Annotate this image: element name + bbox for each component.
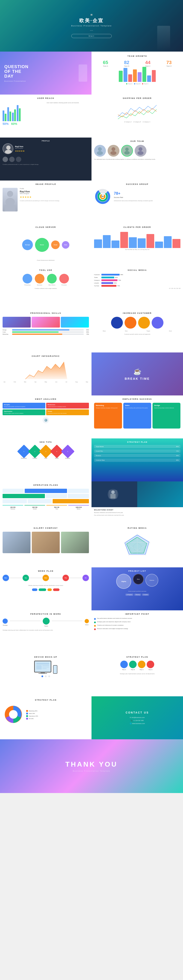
proj-tag-2: Planning [134, 593, 141, 596]
cover-subtitle: Business Presentation Template [71, 25, 112, 27]
tag-4 [53, 589, 59, 591]
svg-point-9 [137, 151, 143, 155]
milestone-image [91, 481, 183, 507]
diamond-item-3: 3 Links [41, 447, 51, 459]
row-6: CLOUD SERVER Storage Server Cloud Data C… [0, 224, 183, 266]
slide-opplans: OPERATION PLANS 20.9 B Revenue [0, 481, 91, 524]
svg-point-5 [110, 151, 116, 155]
thankyou-sub: Business Presentation Template [73, 770, 110, 772]
slide-userreach: USER REACH [0, 95, 91, 138]
sm-val-2: 60% [115, 277, 118, 278]
chartinfographic-title: CHART INFOGRAPHIC [3, 355, 89, 357]
pers-dot-2 [43, 618, 49, 625]
diamond-item-5: 5 Analytics [63, 447, 73, 459]
proj-circle-2: Beta [133, 574, 144, 585]
shipping-legend: ● Category A ● Category B ● Category C [94, 121, 180, 123]
legend-text-3: Team C [144, 83, 148, 84]
client-axis: Jan Feb Mar Apr May Jun Jul Aug Sep Oct [94, 249, 180, 250]
swot-center-icon: ⚙️ [43, 417, 49, 423]
big-circle-2 [124, 317, 136, 329]
cbar-2 [103, 235, 111, 248]
ship-legend-2: ● Category B [134, 121, 141, 123]
team-val-1: 65 [103, 60, 108, 65]
vbar-7 [17, 105, 19, 121]
op-cell-4 [3, 494, 45, 498]
row-14: WEEK PLAN Mon Tue Wed Thu Fri Weekly pla… [0, 567, 183, 610]
seotips-title: SEO TIPS [3, 441, 89, 443]
op-row-1 [3, 489, 89, 493]
question-title: QUESTIONOF THEDAY [4, 64, 29, 78]
profile-bio: Creative professional specializing in UI… [20, 200, 89, 202]
imp-text-3: Timeline and milestones for project comp… [97, 625, 124, 626]
tool-circles: Photoshop Illustrator After Effects Prem… [3, 274, 89, 286]
big-circle-1 [111, 317, 123, 329]
swot-s-desc: Strong market position and brand recogni… [4, 406, 44, 407]
avatar-svg [3, 144, 13, 154]
projectlist-title: PROJECT LIST [94, 570, 180, 572]
success-info: 78+ Success Rate Achievement rate across… [114, 191, 180, 202]
slide-employerssuccess: EMPLOYERS SUCCESS Marketing Strategic ma… [91, 395, 183, 438]
tool-label-2: Illustrator [35, 284, 45, 286]
bubble-2: Server [35, 238, 49, 252]
skill-fill-1 [12, 329, 69, 331]
success-val: 78+ [114, 191, 180, 196]
circle-label-3: Target [138, 330, 159, 332]
profile-white-content: Profile Rayl Ken Web Designer ★★★★★ Crea… [3, 188, 89, 212]
month-9: Sep [86, 381, 88, 383]
imp-dot-2 [94, 622, 96, 623]
sp2-label-1: Plan A [120, 669, 128, 670]
milestone-desc: Business milestone and achievements for … [94, 512, 180, 514]
weekplan-title: WEEK PLAN [3, 570, 89, 572]
strategy-value-3: 93% [176, 455, 179, 456]
swot-o-desc: Growing digital market and tech adoption… [4, 413, 44, 414]
team-numbers: 65 Team A 82 Team B 44 Team C 73 Team D [95, 60, 180, 67]
svg-point-10 [7, 191, 13, 197]
profile-white-info: Profile Rayl Ken Web Designer ★★★★★ Crea… [20, 188, 89, 212]
radar-chart [94, 532, 180, 560]
swot-w-label: Weaknesses [48, 404, 88, 405]
swot-s-label: Strengths [4, 404, 44, 405]
swot-icon: ⚙️ [3, 417, 89, 423]
project-tags: In Progress Planning Complete [94, 593, 180, 596]
pers-line-1 [10, 620, 41, 621]
slide-tooluse: TOOL USE Photoshop Illustrator After Eff… [0, 266, 91, 309]
legend-2: Team B [134, 83, 140, 84]
slide-devicemockup: DEVICE MOCK-UP [0, 653, 91, 696]
client-bars [94, 231, 180, 248]
profile-white-image [3, 188, 18, 212]
project-circles: Alpha Beta Gamma [94, 574, 180, 589]
skill-name-1: Design [3, 329, 11, 331]
ship-legend-3: ● Category C [143, 121, 150, 123]
profile-label: Profile [20, 188, 89, 189]
op-stat-val-2: 30.5 B [24, 506, 45, 508]
team-member-1 [94, 145, 106, 157]
bubble-4: Data [62, 241, 69, 249]
skill-val-2: 65% [84, 331, 89, 332]
diamond-inner-2: 2 [34, 451, 35, 452]
op-cell-6 [68, 494, 89, 498]
bubble-3: Cloud [51, 240, 60, 249]
skill-photo-1 [3, 317, 31, 328]
circle-label-1: Base [94, 330, 115, 332]
sm-label-3: Instagram [94, 280, 100, 281]
sm-val-4: 55% [114, 282, 117, 284]
strategy-label-2: Growth Plan [96, 450, 103, 452]
tbar-6 [142, 67, 146, 82]
profile-name-white: Rayl Ken [20, 190, 89, 193]
tool-3: After Effects [47, 274, 57, 286]
increasecust-title: INCREASE CUSTOMER [94, 312, 180, 314]
break-text: BREAK TIME [124, 377, 150, 380]
op-footer: 20.9 B Revenue 30.5 B Growth 50.3 B Tota… [3, 505, 89, 509]
contactus-title: CONTACT US [126, 711, 149, 714]
sm-val-3: 75% [118, 280, 121, 281]
tbar-1 [119, 71, 123, 82]
ratingmedia-title: RATING MEDIA [94, 527, 180, 529]
team-desc: Our dedicated team of professionals work… [94, 158, 180, 160]
svg-point-0 [6, 145, 11, 150]
slide-socialmedia: SOCIAL MEDIA Facebook 85% Twitter 60% In… [91, 266, 183, 309]
skill-photo-3 [61, 317, 89, 328]
project-desc: Active project portfolio overview [94, 590, 180, 592]
sm-bars: Facebook 85% Twitter 60% Instagram 75% L… [94, 274, 180, 287]
contactus-phone: 📞 +1 234 567 890 [131, 720, 144, 721]
start-button[interactable]: Start [71, 34, 112, 38]
